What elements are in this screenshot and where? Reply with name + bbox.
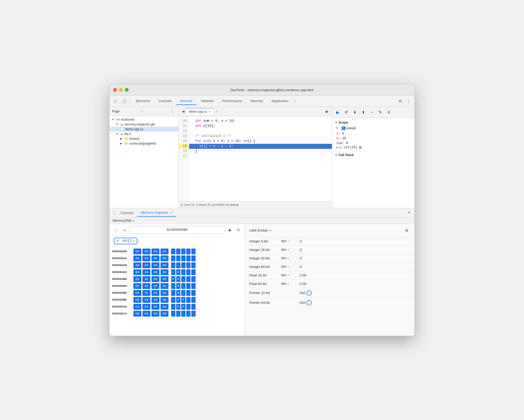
hex-byte[interactable]: 4E xyxy=(142,290,150,296)
hex-address-input[interactable] xyxy=(129,226,225,234)
source-nav-left[interactable]: ◀ xyxy=(180,108,186,114)
hex-char: . xyxy=(186,249,191,254)
tree-b-s-w-ir[interactable]: ▶ 📁 b/s/w/ir xyxy=(109,136,178,141)
interp-format-int64[interactable]: dec ∨ xyxy=(281,265,300,268)
hex-byte[interactable]: 4E xyxy=(142,283,150,289)
hex-byte[interactable]: 00 xyxy=(151,255,159,261)
panel-close-btn[interactable]: × xyxy=(406,210,412,215)
debug-step-out-btn[interactable]: → xyxy=(368,109,375,116)
var-tag-close-btn[interactable]: × xyxy=(133,239,135,243)
debug-step-into-btn[interactable]: ⬆ xyxy=(360,109,367,116)
hex-byte[interactable]: 00 xyxy=(151,262,159,268)
close-traffic-light[interactable] xyxy=(113,88,117,92)
sidebar-more-btn[interactable]: » xyxy=(140,110,170,113)
hex-byte[interactable]: 00 xyxy=(160,304,168,310)
tree-usr-local[interactable]: ▶ 📁 usr/local/google/ho xyxy=(109,141,178,146)
debug-reload-btn[interactable]: ↺ xyxy=(343,109,350,116)
hex-byte[interactable]: E0 xyxy=(133,283,141,289)
source-more-tabs[interactable]: » xyxy=(215,109,218,114)
hex-byte[interactable]: 00 xyxy=(133,249,141,254)
hex-byte[interactable]: 00 xyxy=(160,311,168,317)
hex-byte[interactable]: E0 xyxy=(133,297,141,303)
debug-pause-btn[interactable]: ⏸ xyxy=(385,109,392,116)
device-icon[interactable]: ⬜ xyxy=(120,97,128,105)
hex-byte[interactable]: 00 xyxy=(160,269,168,275)
more-tabs-btn[interactable]: » xyxy=(293,99,297,103)
interp-format-int32[interactable]: dec ∨ xyxy=(281,256,300,260)
tab-performance[interactable]: Performance xyxy=(218,97,246,105)
tree-file[interactable]: ▼ ☁ file:// xyxy=(109,132,178,136)
source-tab-close[interactable]: × xyxy=(209,110,211,114)
hex-byte[interactable]: 00 xyxy=(142,311,150,317)
pointer64-navigate-icon[interactable]: → xyxy=(306,300,312,305)
hex-byte[interactable]: 00 xyxy=(151,283,159,289)
more-menu-button[interactable]: ⋮ xyxy=(405,97,412,105)
tab-sources[interactable]: Sources xyxy=(176,97,196,105)
tab-console[interactable]: Console xyxy=(155,97,175,105)
tree-memory-inspector[interactable]: ▼ ☁ memory-inspector.glit xyxy=(109,122,178,127)
hex-byte[interactable]: 00 xyxy=(142,255,150,261)
scope-var-x[interactable]: ▶ x: int[10] 🖥 xyxy=(336,146,410,150)
tree-authored[interactable]: ▼ </> Authored xyxy=(109,117,178,122)
settings-button[interactable]: ⚙ xyxy=(396,97,404,105)
tab-console-bottom[interactable]: Console xyxy=(117,209,137,216)
minimize-traffic-light[interactable] xyxy=(119,88,123,92)
hex-byte[interactable]: C8 xyxy=(133,304,141,310)
hex-byte[interactable]: 00 xyxy=(142,262,150,268)
interp-format-float32[interactable]: dec ∨ xyxy=(281,273,300,277)
hex-byte[interactable]: 00 xyxy=(151,249,159,254)
hex-byte[interactable]: 00 xyxy=(160,255,168,261)
hex-byte[interactable]: 50 xyxy=(151,297,159,303)
hex-byte[interactable]: 00 xyxy=(160,297,168,303)
bottom-tab-dots[interactable]: ⋮ xyxy=(112,210,117,215)
hex-byte[interactable]: 00 xyxy=(151,290,159,296)
memory-inspector-tab-close[interactable]: × xyxy=(170,211,172,215)
hex-byte[interactable]: 50 xyxy=(133,276,141,282)
hex-byte[interactable]: 4D xyxy=(142,269,150,275)
hex-byte[interactable]: 00 xyxy=(160,262,168,268)
debug-edit-btn[interactable]: ✎ xyxy=(377,109,384,116)
hex-byte[interactable]: 00 xyxy=(151,276,159,282)
pointer32-navigate-icon[interactable]: → xyxy=(306,290,312,296)
source-file-tab[interactable]: demo-cpp.cc × xyxy=(186,108,214,115)
tab-network[interactable]: Network xyxy=(197,97,218,105)
tree-demo-cpp[interactable]: 📄 demo-cpp.cc xyxy=(109,127,178,132)
hex-byte[interactable]: E0 xyxy=(133,290,141,296)
tab-memory-inspector[interactable]: Memory Inspector × xyxy=(137,209,176,217)
hex-byte[interactable]: 4E xyxy=(142,276,150,282)
memory-subtab-close[interactable]: × xyxy=(133,219,135,223)
interp-settings-btn[interactable]: ⚙ xyxy=(403,227,410,234)
hex-byte[interactable]: 50 xyxy=(151,304,159,310)
hex-byte[interactable]: 00 xyxy=(160,276,168,282)
endian-select[interactable]: Little Endian ∨ xyxy=(249,228,272,232)
interp-format-int16[interactable]: dec ∨ xyxy=(281,248,300,251)
hex-back-btn[interactable]: ↺ xyxy=(112,226,119,233)
hex-prev-btn[interactable]: ◀ xyxy=(121,226,128,233)
cursor-icon[interactable]: ⬡ xyxy=(112,97,119,105)
debug-step-over-btn[interactable]: ⬇ xyxy=(351,109,358,116)
tab-application[interactable]: Application xyxy=(268,97,292,105)
debug-resume-btn[interactable]: ▶ xyxy=(334,109,341,116)
interp-format-float64[interactable]: dec ∨ xyxy=(281,282,300,285)
tab-memory[interactable]: Memory xyxy=(247,97,267,105)
memory-inspect-icon[interactable]: 🖥 xyxy=(358,146,362,150)
interp-format-int8[interactable]: dec ∨ xyxy=(281,239,300,243)
sidebar-dots-btn[interactable]: ⋮ xyxy=(170,108,176,114)
hex-byte[interactable]: 00 xyxy=(151,269,159,275)
hex-byte[interactable]: 00 xyxy=(133,311,141,317)
tab-elements[interactable]: Elements xyxy=(132,97,154,105)
hex-byte[interactable]: 50 xyxy=(142,304,150,310)
hex-byte[interactable]: 00 xyxy=(160,290,168,296)
hex-byte[interactable]: 00 xyxy=(142,249,150,254)
source-run-btn[interactable]: ▶ xyxy=(324,108,330,115)
hex-byte[interactable]: 00 xyxy=(133,255,141,261)
hex-byte[interactable]: 00 xyxy=(160,249,168,254)
hex-byte[interactable]: 00 xyxy=(133,262,141,268)
maximize-traffic-light[interactable] xyxy=(125,88,129,92)
hex-byte[interactable]: 00 xyxy=(151,311,159,317)
hex-refresh-btn[interactable]: ↻ xyxy=(235,226,242,233)
hex-byte[interactable]: 80 xyxy=(133,269,141,275)
hex-byte[interactable]: 50 xyxy=(142,297,150,303)
hex-next-btn[interactable]: ▶ xyxy=(227,226,234,233)
hex-byte[interactable]: 00 xyxy=(160,283,168,289)
